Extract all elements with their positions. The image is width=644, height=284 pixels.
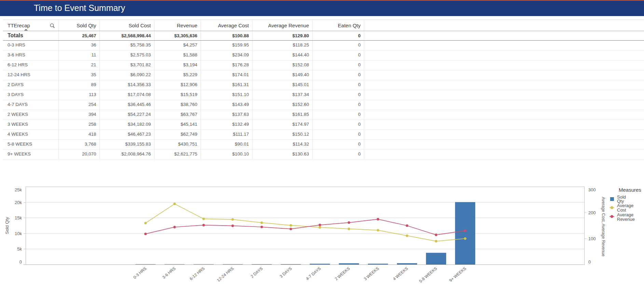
svg-text:2 DAYS: 2 DAYS	[250, 266, 264, 279]
svg-text:20k: 20k	[15, 200, 22, 205]
svg-text:9+ WEEKS: 9+ WEEKS	[448, 266, 467, 283]
svg-text:3-6 HRS: 3-6 HRS	[161, 266, 176, 280]
svg-text:0: 0	[19, 259, 22, 265]
svg-text:Average Cost, Average Revenue: Average Cost, Average Revenue	[601, 197, 606, 257]
svg-text:0: 0	[588, 259, 591, 265]
svg-text:Revenue: Revenue	[617, 217, 635, 222]
svg-text:25k: 25k	[15, 187, 22, 192]
svg-text:Sold Qty: Sold Qty	[4, 217, 10, 234]
svg-text:10k: 10k	[15, 231, 22, 236]
svg-text:4-7 DAYS: 4-7 DAYS	[305, 266, 322, 281]
svg-text:3 DAYS: 3 DAYS	[279, 266, 293, 279]
svg-text:100: 100	[588, 236, 596, 241]
svg-text:2 WEEKS: 2 WEEKS	[334, 266, 351, 281]
svg-text:Cost: Cost	[617, 207, 626, 213]
svg-text:0-3 HRS: 0-3 HRS	[132, 266, 147, 280]
svg-text:200: 200	[588, 210, 596, 215]
svg-text:4 WEEKS: 4 WEEKS	[392, 266, 409, 281]
svg-text:3 WEEKS: 3 WEEKS	[363, 266, 380, 281]
svg-text:5-8 WEEKS: 5-8 WEEKS	[418, 266, 438, 284]
svg-text:Measures: Measures	[619, 187, 641, 193]
svg-text:12-24 HRS: 12-24 HRS	[216, 266, 234, 283]
svg-text:300: 300	[588, 187, 596, 192]
svg-text:5k: 5k	[17, 246, 22, 252]
svg-text:15k: 15k	[15, 215, 22, 220]
svg-text:6-12 HRS: 6-12 HRS	[189, 266, 205, 281]
